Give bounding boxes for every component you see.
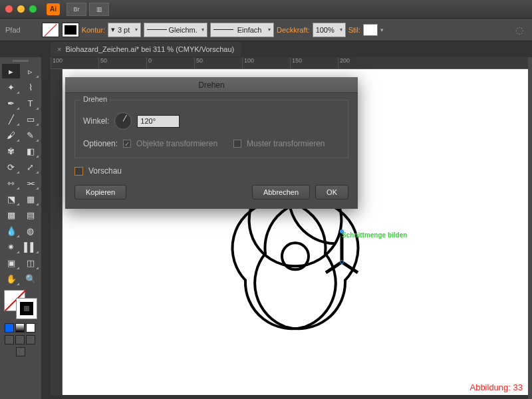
paintbrush-tool[interactable]: 🖌 [2,128,20,142]
rotate-fieldset: Drehen Winkel: Optionen: Objekte transfo… [74,100,348,158]
bridge-button[interactable]: Br [66,3,86,16]
fill-swatch[interactable] [42,23,59,37]
hand-tool[interactable]: ✋ [2,271,20,286]
shape-builder-tool[interactable]: ⬔ [2,192,20,206]
smart-guide-hint: Schnittmenge bilden [342,231,407,239]
opacity-dropdown[interactable]: 100%▾ [313,23,346,37]
control-bar: Pfad Kontur: ▾3 pt▾ Gleichm.▾ Einfach▾ D… [0,19,532,41]
vertical-ruler[interactable] [51,69,63,395]
gradient-mode-button[interactable] [15,323,25,332]
right-panel-dock [528,57,532,399]
minimize-window-button[interactable] [17,5,25,13]
app-icon: Ai [47,3,60,15]
perspective-grid-tool[interactable]: ▦ [21,192,39,206]
opacity-label: Deckkraft: [277,26,310,34]
stroke-weight-value: 3 pt [118,26,130,34]
svg-line-3 [342,262,358,273]
pencil-tool[interactable]: ✎ [21,128,39,142]
draw-behind-button[interactable] [15,335,25,344]
rectangle-tool[interactable]: ▭ [21,112,39,126]
stroke-swatch[interactable] [62,23,79,37]
arrange-documents-button[interactable]: ▥ [89,3,109,16]
sync-settings-icon[interactable]: ◌ [512,23,527,37]
opacity-value: 100% [316,26,334,34]
color-mode-button[interactable] [5,323,14,332]
eraser-tool[interactable]: ◧ [21,144,39,158]
fieldset-legend: Drehen [80,95,110,103]
dialog-title[interactable]: Drehen [65,77,358,93]
zoom-window-button[interactable] [29,5,37,13]
color-mode-row [2,322,39,334]
transform-objects-checkbox[interactable] [123,140,131,148]
document-tab[interactable]: × Biohazard_Zeichen.ai* bei 311 % (CMYK/… [51,42,241,57]
free-transform-tool[interactable]: ⫘ [21,176,39,190]
horizontal-ruler[interactable]: 10050050100150200 [51,57,528,69]
gradient-tool[interactable]: ▤ [21,207,39,222]
cancel-button[interactable]: Abbrechen [252,185,310,200]
rotate-tool[interactable]: ⟳ [2,160,20,174]
transform-objects-label: Objekte transformieren [136,139,217,148]
magic-wand-tool[interactable]: ✦ [2,80,20,94]
artboard-tool[interactable]: ▣ [2,255,20,270]
lasso-tool[interactable]: ⌇ [21,80,39,94]
angle-label: Winkel: [83,116,109,126]
blend-tool[interactable]: ◍ [21,223,39,238]
eyedropper-tool[interactable]: 💧 [2,223,20,238]
transform-patterns-label: Muster transformieren [247,139,325,148]
close-window-button[interactable] [5,5,13,13]
style-label: Stil: [348,26,360,34]
stroke-box[interactable] [16,298,37,319]
cap-value: Gleichm. [168,26,197,34]
ok-button[interactable]: OK [315,185,348,200]
angle-gauge[interactable] [114,112,132,130]
draw-mode-row [2,334,39,346]
direct-selection-tool[interactable]: ▹ [21,64,39,78]
width-tool[interactable]: ⇿ [2,176,20,190]
stroke-label: Kontur: [82,26,105,34]
variable-width-profile-dropdown[interactable]: Gleichm.▾ [144,23,207,37]
svg-line-2 [326,262,342,273]
copy-button[interactable]: Kopieren [74,185,126,200]
screen-mode-button[interactable] [16,347,25,356]
selection-type-label: Pfad [5,26,21,34]
column-graph-tool[interactable]: ▌▌ [21,239,39,254]
preview-label: Vorschau [88,166,122,176]
none-mode-button[interactable] [26,323,35,332]
mesh-tool[interactable]: ▩ [2,207,20,222]
fill-stroke-control[interactable] [4,290,37,319]
document-tab-title: Biohazard_Zeichen.ai* bei 311 % (CMYK/Vo… [65,45,234,53]
pen-tool[interactable]: ✒ [2,96,20,110]
window-titlebar: Ai Br ▥ [0,0,532,19]
graphic-style-swatch[interactable] [363,24,378,36]
figure-label: Abbildung: 33 [469,382,523,392]
transform-patterns-checkbox[interactable] [233,140,241,148]
scale-tool[interactable]: ⤢ [21,160,39,174]
window-traffic-lights [5,5,37,13]
zoom-tool[interactable]: 🔍 [21,271,39,286]
angle-input[interactable] [137,115,180,128]
rotate-dialog: Drehen Drehen Winkel: Optionen: Objekte … [65,77,358,209]
screen-mode-row [2,346,39,358]
options-label: Optionen: [83,139,118,148]
document-tabbar: × Biohazard_Zeichen.ai* bei 311 % (CMYK/… [0,41,532,57]
type-tool[interactable]: T [21,96,39,110]
brush-definition-dropdown[interactable]: Einfach▾ [210,23,274,37]
draw-normal-button[interactable] [5,335,14,344]
blob-brush-tool[interactable]: ✾ [2,144,20,158]
stroke-weight-dropdown[interactable]: ▾3 pt▾ [108,23,141,37]
panel-grip-icon[interactable] [13,60,29,62]
close-tab-icon[interactable]: × [57,45,61,53]
line-tool[interactable]: ╱ [2,112,20,126]
slice-tool[interactable]: ◫ [21,255,39,270]
tools-panel: ▸ ▹ ✦ ⌇ ✒ T ╱ ▭ 🖌 ✎ ✾ ◧ ⟳ ⤢ ⇿ ⫘ ⬔ ▦ ▩ ▤ … [0,57,41,399]
symbol-sprayer-tool[interactable]: ✷ [2,239,20,254]
draw-inside-button[interactable] [26,335,35,344]
brush-value: Einfach [237,26,262,34]
selection-tool[interactable]: ▸ [2,64,20,78]
preview-checkbox[interactable] [74,167,83,176]
